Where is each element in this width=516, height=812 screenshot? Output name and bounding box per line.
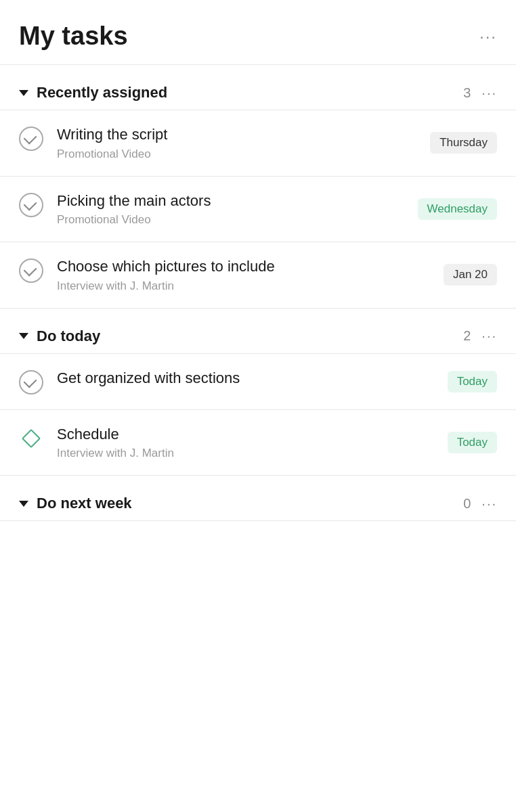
section-count: 3	[463, 85, 471, 101]
task-check-icon[interactable]	[19, 193, 43, 217]
task-name[interactable]: Choose which pictures to include	[57, 257, 435, 277]
task-check-icon[interactable]	[19, 370, 43, 394]
task-due-badge[interactable]: Today	[448, 432, 497, 453]
task-content: ScheduleInterview with J. Martin	[57, 425, 439, 461]
task-diamond-icon[interactable]	[19, 426, 43, 451]
section-collapse-arrow[interactable]	[19, 333, 28, 339]
section-header-do-today: Do today2···	[0, 309, 516, 354]
task-check-icon[interactable]	[19, 127, 43, 151]
task-item: Picking the main actorsPromotional Video…	[0, 177, 516, 243]
section-header-recently-assigned: Recently assigned3···	[0, 65, 516, 110]
task-name[interactable]: Writing the script	[57, 125, 422, 145]
task-content: Choose which pictures to includeIntervie…	[57, 257, 435, 293]
page-header: My tasks ···	[0, 0, 516, 65]
task-item: Writing the scriptPromotional VideoThurs…	[0, 110, 516, 177]
section-title: Do next week	[37, 495, 463, 512]
task-project: Interview with J. Martin	[57, 279, 435, 293]
task-due-badge[interactable]: Today	[448, 371, 497, 392]
section-more-button[interactable]: ···	[481, 328, 497, 344]
section-more-button[interactable]: ···	[481, 85, 497, 101]
section-recently-assigned: Recently assigned3···Writing the scriptP…	[0, 65, 516, 309]
task-content: Picking the main actorsPromotional Video	[57, 191, 410, 227]
section-title: Do today	[37, 328, 463, 345]
section-collapse-arrow[interactable]	[19, 90, 28, 96]
task-name[interactable]: Picking the main actors	[57, 191, 410, 211]
section-do-today: Do today2···Get organized with sectionsT…	[0, 309, 516, 476]
section-count: 2	[463, 328, 471, 344]
section-more-button[interactable]: ···	[481, 496, 497, 512]
task-item: ScheduleInterview with J. MartinToday	[0, 410, 516, 476]
task-content: Writing the scriptPromotional Video	[57, 125, 422, 161]
task-content: Get organized with sections	[57, 369, 439, 388]
task-due-badge[interactable]: Wednesday	[418, 198, 497, 220]
task-name[interactable]: Schedule	[57, 425, 439, 445]
header-more-button[interactable]: ···	[479, 27, 497, 46]
sections-container: Recently assigned3···Writing the scriptP…	[0, 65, 516, 521]
task-check-icon[interactable]	[19, 258, 43, 283]
section-do-next-week: Do next week0···	[0, 476, 516, 521]
task-item: Choose which pictures to includeIntervie…	[0, 242, 516, 309]
section-count: 0	[463, 496, 471, 512]
task-project: Promotional Video	[57, 213, 410, 227]
section-header-do-next-week: Do next week0···	[0, 476, 516, 521]
diamond-shape	[22, 429, 41, 448]
task-project: Promotional Video	[57, 148, 422, 161]
task-due-badge[interactable]: Thursday	[430, 132, 497, 154]
task-project: Interview with J. Martin	[57, 447, 439, 460]
section-collapse-arrow[interactable]	[19, 501, 28, 507]
task-due-badge[interactable]: Jan 20	[444, 264, 497, 286]
task-name[interactable]: Get organized with sections	[57, 369, 439, 388]
page-title: My tasks	[19, 22, 128, 51]
task-item: Get organized with sectionsToday	[0, 354, 516, 410]
section-title: Recently assigned	[37, 84, 463, 102]
